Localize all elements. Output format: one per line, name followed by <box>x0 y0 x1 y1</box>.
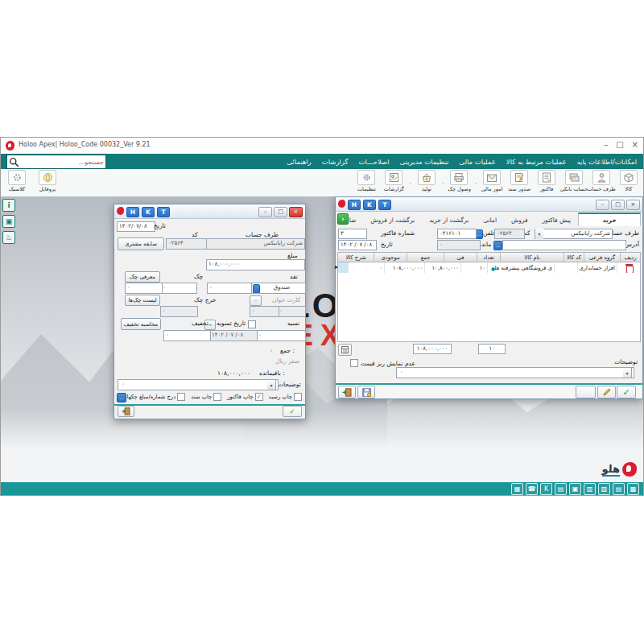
unit-price-cell[interactable]: ۱۰,۸۰۰,۰۰۰ <box>424 262 460 274</box>
payment-date-field[interactable]: ۱۴۰۲/۰۷/۰۸ <box>117 221 155 232</box>
calc-discount-button[interactable]: محاسبه تخفیف <box>121 318 161 330</box>
party-combobox[interactable]: شرکت رایانیکس <box>543 229 613 239</box>
search-input[interactable] <box>21 156 105 168</box>
exit-button[interactable] <box>338 386 356 398</box>
maximize-icon[interactable]: □ <box>616 140 623 150</box>
credit-amount-field[interactable]: ۰ <box>256 330 306 341</box>
cancel-button[interactable] <box>576 386 596 398</box>
toolbar-item-bank-account[interactable]: حساب بانکی <box>562 170 586 192</box>
cash-account-dropdown-icon[interactable] <box>253 284 260 294</box>
balance-more-button[interactable]: ... <box>493 241 502 250</box>
edit-button[interactable] <box>597 386 616 398</box>
cheque-intro-button[interactable]: معرفی چک <box>125 271 160 283</box>
card-more-button[interactable]: − <box>250 295 262 306</box>
party-dropdown-icon[interactable]: ▾ <box>535 229 543 239</box>
tab-sale-return[interactable]: برگشت از فروش <box>363 213 422 226</box>
close-icon[interactable]: × <box>289 207 303 217</box>
classic-button[interactable]: کلاسیک <box>5 170 29 192</box>
stock-cell[interactable]: ۰ <box>348 262 384 274</box>
notes-combobox[interactable]: ▾ ۰ <box>396 367 634 378</box>
form-icon[interactable]: ▣ <box>569 483 581 495</box>
menu-item-reports[interactable]: گزارشات <box>322 158 349 166</box>
print-receipt-checkbox[interactable] <box>294 393 302 401</box>
next-invoice-button[interactable]: › <box>337 213 349 225</box>
close-icon[interactable]: × <box>626 200 640 210</box>
notes-combobox[interactable]: ▾ ۰ <box>118 379 279 390</box>
invoice-number-field[interactable]: ۳ <box>338 229 367 239</box>
table-empty-area[interactable] <box>337 273 641 342</box>
phone-field[interactable]: ۰۴۱۶۱۰۱ <box>437 229 477 239</box>
calendar-icon[interactable]: ▤ <box>613 483 625 495</box>
app-titlebar[interactable]: Holoo Apex| Holoo_Code 00032_Ver 9.21 – … <box>1 138 643 155</box>
invoice-titlebar[interactable]: H K T – □ × <box>336 197 642 212</box>
apps-icon[interactable]: ▩ <box>627 483 639 495</box>
menu-item-basics[interactable]: امکانات/اطلاعات پایه <box>577 158 637 166</box>
settle-date-checkbox[interactable] <box>248 320 256 328</box>
cheque-amount-field[interactable]: ۰ <box>160 283 197 294</box>
info-icon[interactable]: i <box>2 199 15 212</box>
tab-proforma[interactable]: پیش فاکتور <box>535 213 579 226</box>
hide-prices-checkbox[interactable] <box>350 359 358 367</box>
trash-icon[interactable] <box>625 264 633 272</box>
date-field[interactable]: ۱۴۰۲ /۰۷ /۰۸ <box>338 240 377 250</box>
cheque-list-button[interactable]: لیست چک‌ها <box>125 295 160 306</box>
tab-sale[interactable]: فروش <box>504 213 535 226</box>
bell-icon[interactable]: ♨ <box>2 231 15 244</box>
toolbar-item-settings[interactable]: تنظیمات <box>354 170 378 192</box>
phone-icon[interactable]: ☎ <box>526 483 538 495</box>
menu-item-goods-ops[interactable]: عملیات مرتبط به کالا <box>506 158 567 166</box>
menu-item-help[interactable]: راهنمائی <box>287 158 311 166</box>
toolbar-item-cheque-collect[interactable]: وصول چک <box>447 170 471 192</box>
close-icon[interactable]: × <box>632 140 638 150</box>
holoo-k-icon[interactable]: K <box>540 483 552 495</box>
cash-account-combobox[interactable]: صندوق <box>250 283 306 294</box>
toolbar-item-financial[interactable]: امور مالی <box>480 170 504 192</box>
insert-cheque-info-checkbox[interactable] <box>177 393 185 401</box>
confirm-button[interactable]: ✓ <box>617 386 636 398</box>
tab-consignment[interactable]: امانی <box>476 213 504 226</box>
support-icon[interactable]: ▣ <box>2 215 15 228</box>
total-cell[interactable]: ۱۰۸,۰۰۰,۰۰۰ <box>384 262 424 274</box>
menu-item-corrections[interactable]: اصلاحـــات <box>359 158 390 166</box>
chart-icon[interactable]: ▧ <box>598 483 610 495</box>
print-invoice-checkbox[interactable]: ✓ <box>255 393 263 401</box>
toolbar-item-invoice[interactable]: فاکتور <box>535 170 559 192</box>
save-button[interactable] <box>357 386 375 398</box>
toolbar-item-reports[interactable]: گزارشات <box>382 170 406 192</box>
confirm-button[interactable]: ✓ <box>283 406 302 417</box>
print-doc-checkbox[interactable] <box>213 393 221 401</box>
calendar-plus-icon[interactable]: ▦ <box>511 483 523 495</box>
desc-cell[interactable] <box>338 262 348 274</box>
menu-item-admin-settings[interactable]: تنظیمات مدیریتی <box>400 158 449 166</box>
more-options-button[interactable]: ... <box>117 393 126 402</box>
insert-cheque-info-option[interactable]: درج شماره/مبلغ چکها <box>127 393 186 401</box>
calc-totals-button[interactable] <box>338 344 352 356</box>
qty-cell[interactable]: ۱۰ <box>460 262 487 274</box>
exit-button[interactable] <box>118 406 134 417</box>
item-code-cell[interactable] <box>554 262 577 274</box>
profile-button[interactable]: پروفایل <box>35 170 60 192</box>
share-icon[interactable]: ▥ <box>584 483 596 495</box>
minimize-icon[interactable]: – <box>604 140 608 150</box>
grid-icon[interactable]: ▤ <box>555 483 567 495</box>
minimize-icon[interactable]: – <box>596 200 609 210</box>
print-invoice-option[interactable]: ✓ چاپ فاکتور <box>227 393 262 401</box>
toolbar-item-production[interactable]: تولید <box>415 170 439 192</box>
address-field[interactable] <box>502 240 626 250</box>
item-name-cell[interactable]: ی فروشگاهی پیشرفته هلو● <box>487 262 554 274</box>
discount-amount-field[interactable]: ۰ <box>163 330 211 341</box>
minimize-icon[interactable]: – <box>258 207 272 217</box>
delete-row-cell[interactable] <box>617 262 640 274</box>
cash-amount-field[interactable]: ۰ <box>207 283 252 294</box>
print-receipt-option[interactable]: چاپ رسید <box>269 393 302 401</box>
toolbar-item-account-party[interactable]: طرف حساب <box>589 170 613 192</box>
tab-purchase[interactable]: خرید <box>578 213 641 226</box>
toolbar-item-issue-doc[interactable]: صدور سند <box>507 170 531 192</box>
maximize-icon[interactable]: □ <box>274 207 287 217</box>
notes-dropdown-icon[interactable]: ▾ <box>623 368 632 378</box>
menu-item-financial-ops[interactable]: عملیات مالی <box>459 158 495 166</box>
subgroup-cell[interactable]: افزار حسابداری هلو <box>577 262 617 274</box>
print-doc-option[interactable]: چاپ سند <box>191 393 221 401</box>
cheque-count-field[interactable]: ۰ <box>125 283 163 294</box>
tab-purchase-return[interactable]: برگشت از خرید <box>422 213 476 226</box>
